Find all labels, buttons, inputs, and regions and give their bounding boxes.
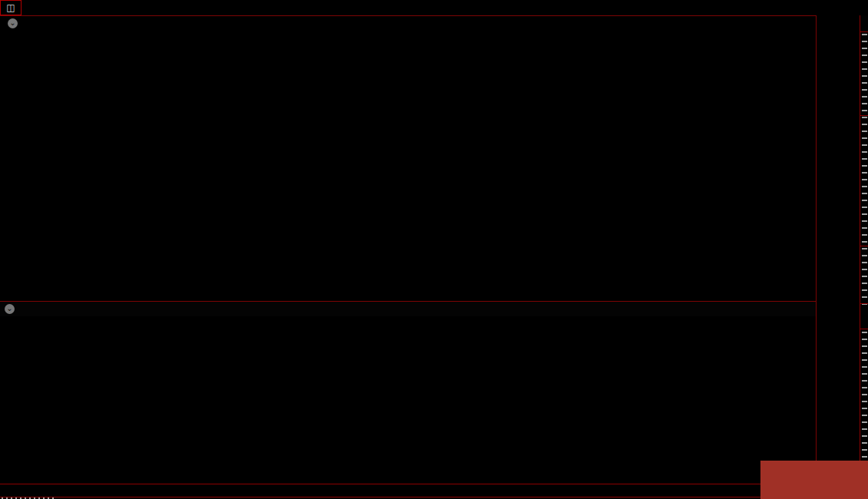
price-axis: [816, 15, 860, 496]
chevron-down-icon[interactable]: ⌄: [5, 304, 15, 314]
indicator-chart[interactable]: [0, 316, 816, 484]
indicator-header: ⌄: [0, 301, 816, 317]
layout-window-icon[interactable]: ◫: [0, 0, 22, 15]
top-toolbar: ◫: [0, 0, 868, 16]
site-watermark: [760, 461, 868, 499]
right-edge-panel[interactable]: [860, 15, 868, 499]
date-axis: [0, 484, 860, 497]
chevron-down-icon[interactable]: ⌄: [8, 18, 18, 28]
main-candlestick-chart[interactable]: [0, 31, 816, 301]
title-row: ⌄: [0, 16, 859, 31]
